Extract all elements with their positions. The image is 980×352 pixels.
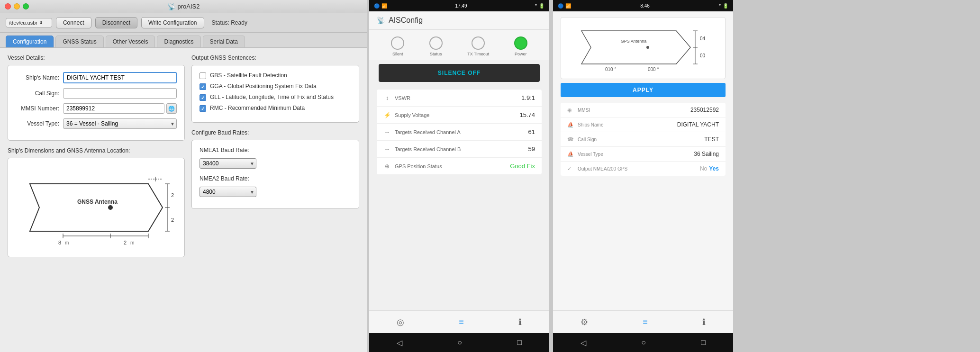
voltage-icon: ⚡ — [383, 112, 391, 118]
ch-a-left: ↔ Targets Received Channel A — [383, 129, 461, 135]
minimize-button[interactable] — [14, 3, 20, 9]
gbs-checkbox[interactable] — [200, 72, 206, 79]
svg-text:GNSS Antenna: GNSS Antenna — [77, 199, 118, 205]
phone1-time: 17:49 — [455, 3, 467, 9]
mmsi-input[interactable] — [63, 103, 164, 114]
ch-a-icon: ↔ — [383, 129, 391, 135]
output-nmea-label: Output NMEA/200 GPS — [578, 166, 627, 171]
gga-checkbox[interactable]: ✓ — [200, 83, 206, 90]
phone1-status-bar: 🔵 📶 17:49 * 🔋 — [369, 0, 549, 11]
phone2-nav-icon-0[interactable]: ⚙ — [581, 317, 588, 327]
callsign-detail-left: ☎ Call Sign — [567, 136, 597, 143]
call-sign-label: Call Sign: — [16, 90, 63, 97]
gps-icon: ⊕ — [383, 163, 391, 170]
shipname-detail-label: Ships Name — [578, 122, 603, 127]
phone1-recents-button[interactable]: □ — [517, 338, 522, 347]
phone2-home-button[interactable]: ○ — [641, 338, 646, 347]
write-config-button[interactable]: Write Configuration — [141, 17, 204, 28]
svg-point-1 — [108, 205, 113, 210]
rmc-checkbox[interactable]: ✓ — [200, 105, 206, 112]
phone2-recents-button[interactable]: □ — [701, 338, 706, 347]
vessel-type-select[interactable]: 36 = Vessel - Sailing — [63, 118, 177, 129]
nmea2-select[interactable]: 4800 9600 19200 38400 — [200, 187, 256, 197]
phone2-android-nav: ◁ ○ □ — [553, 333, 733, 352]
phone1-app-bar: 📡 AISConfig — [369, 11, 549, 30]
mmsi-wrap: 🌐 — [63, 103, 177, 114]
mmsi-info-button[interactable]: 🌐 — [166, 103, 177, 114]
phone2-nav-icon-2[interactable]: ℹ — [702, 317, 706, 327]
gbs-label: GBS - Satellite Fault Detection — [210, 72, 287, 79]
power-label: Power — [515, 52, 527, 56]
output-nmea-left: ✓ Output NMEA/200 GPS — [567, 166, 627, 172]
shipname-detail-icon: ⛵ — [567, 122, 574, 128]
status-indicator — [429, 36, 443, 50]
gbs-row: GBS - Satellite Fault Detection — [200, 72, 351, 79]
tab-gnss-status[interactable]: GNSS Status — [55, 36, 103, 47]
phone1-nav-icon-1[interactable]: ≡ — [459, 317, 464, 327]
close-button[interactable] — [5, 3, 11, 9]
tab-diagnostics[interactable]: Diagnostics — [157, 36, 200, 47]
phone1-nav-icon-0[interactable]: ◎ — [397, 317, 404, 327]
phone2-nav-bar: ⚙ ≡ ℹ — [553, 310, 733, 333]
signal2-icon: 📶 — [565, 3, 571, 9]
tx-indicator — [472, 36, 485, 50]
ships-name-row: Ship's Name: — [16, 72, 177, 83]
call-sign-input[interactable] — [63, 88, 177, 99]
app-icon: 📡 — [167, 3, 175, 10]
gps-value: Good Fix — [510, 162, 535, 170]
nmea2-select-row: 4800 9600 19200 38400 ▼ — [200, 187, 351, 197]
disconnect-button[interactable]: Disconnect — [95, 17, 137, 28]
phone1-home-button[interactable]: ○ — [457, 338, 462, 347]
phone1-app-title: AISConfig — [389, 16, 423, 25]
shipname-detail-row: ⛵ Ships Name DIGITAL YACHT — [561, 117, 726, 132]
silent-label: Silent — [392, 52, 403, 56]
vesseltype-detail-label: Vessel Type — [578, 152, 603, 157]
phone1-indicators: Silent Status TX Timeout Power — [369, 30, 549, 60]
callsign-detail-value: TEST — [704, 136, 719, 143]
phone1-right-icons: * 🔋 — [535, 3, 544, 9]
yes-option[interactable]: Yes — [709, 165, 719, 172]
checkmark-icon: ✓ — [201, 95, 205, 100]
ships-name-input[interactable] — [63, 72, 177, 83]
tab-other-vessels[interactable]: Other Vessels — [106, 36, 155, 47]
no-option[interactable]: No — [700, 165, 707, 172]
phone1-nav-bar: ◎ ≡ ℹ — [369, 310, 549, 333]
phone1-back-button[interactable]: ◁ — [397, 338, 402, 347]
mmsi-detail-row: ◉ MMSI 235012592 — [561, 103, 726, 117]
vswr-value: 1.9:1 — [521, 94, 535, 101]
phone2-back-button[interactable]: ◁ — [581, 338, 586, 347]
status-text: Status: Ready — [212, 19, 247, 26]
output-gnss-panel: GBS - Satellite Fault Detection ✓ GGA - … — [191, 65, 359, 123]
vessel-diagram-svg: GPS Antenna 04 00 010 ° 000 ° — [565, 21, 721, 73]
phone1-stats-list: ↕ VSWR 1.9:1 ⚡ Supply Voltage 15.74 ↔ Ta… — [377, 90, 542, 174]
app-title: 📡 proAIS2 — [167, 3, 200, 10]
tab-configuration[interactable]: Configuration — [6, 36, 54, 47]
maximize-button[interactable] — [23, 3, 29, 9]
bt2-icon: * — [719, 3, 721, 9]
svg-text:00: 00 — [700, 53, 706, 58]
nmea1-select[interactable]: 38400 4800 9600 19200 — [200, 158, 256, 169]
ch-a-stat: ↔ Targets Received Channel A 61 — [377, 124, 542, 141]
svg-text:8: 8 — [58, 240, 61, 245]
indicator-status: Status — [429, 36, 443, 56]
svg-marker-23 — [581, 31, 690, 64]
phone2-nav-icon-1[interactable]: ≡ — [643, 317, 648, 327]
vessel-type-label: Vessel Type: — [16, 120, 63, 127]
nmea2-label: NMEA2 Baud Rate: — [200, 175, 261, 182]
phone1-nav-icon-2[interactable]: ℹ — [518, 317, 522, 327]
gll-checkbox[interactable]: ✓ — [200, 94, 206, 101]
svg-text:GPS Antenna: GPS Antenna — [621, 39, 647, 44]
svg-point-25 — [646, 46, 649, 49]
silence-button[interactable]: SILENCE OFF — [379, 64, 540, 82]
nmea2-select-wrap: 4800 9600 19200 38400 ▼ — [200, 187, 256, 197]
svg-text:m: m — [130, 240, 134, 245]
mac-app-panel: 📡 proAIS2 /dev/cu.usbr ⬍ Connect Disconn… — [0, 0, 367, 352]
tab-serial-data[interactable]: Serial Data — [203, 36, 245, 47]
apply-button[interactable]: APPLY — [561, 83, 726, 97]
device-select[interactable]: /dev/cu.usbr ⬍ — [6, 18, 52, 27]
nmea1-select-row: 38400 4800 9600 19200 ▼ — [200, 158, 351, 169]
right-column: Output GNSS Sentences: GBS - Satellite F… — [191, 54, 359, 264]
voltage-value: 15.74 — [519, 111, 535, 118]
connect-button[interactable]: Connect — [56, 17, 91, 28]
svg-text:000 °: 000 ° — [648, 67, 659, 72]
